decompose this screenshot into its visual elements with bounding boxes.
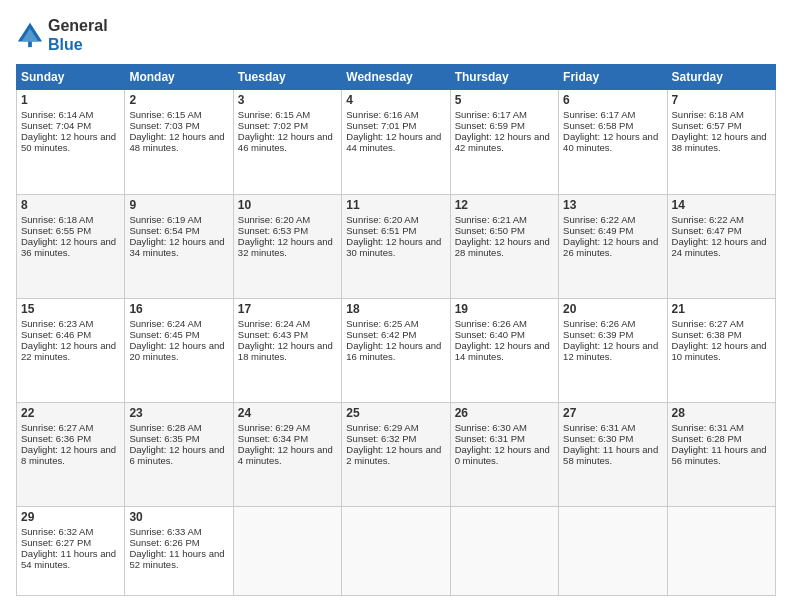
calendar-cell: 12 Sunrise: 6:21 AM Sunset: 6:50 PM Dayl… (450, 194, 558, 298)
sunrise-label: Sunrise: 6:27 AM (21, 422, 93, 433)
calendar-cell: 8 Sunrise: 6:18 AM Sunset: 6:55 PM Dayli… (17, 194, 125, 298)
daylight-label: Daylight: 12 hours and 4 minutes. (238, 444, 333, 466)
sunset-label: Sunset: 7:03 PM (129, 120, 199, 131)
daylight-label: Daylight: 12 hours and 26 minutes. (563, 236, 658, 258)
sunrise-label: Sunrise: 6:18 AM (21, 214, 93, 225)
calendar-cell: 17 Sunrise: 6:24 AM Sunset: 6:43 PM Dayl… (233, 298, 341, 402)
calendar-cell: 6 Sunrise: 6:17 AM Sunset: 6:58 PM Dayli… (559, 90, 667, 194)
sunset-label: Sunset: 6:47 PM (672, 225, 742, 236)
sunset-label: Sunset: 6:38 PM (672, 329, 742, 340)
daylight-label: Daylight: 12 hours and 14 minutes. (455, 340, 550, 362)
calendar-cell: 16 Sunrise: 6:24 AM Sunset: 6:45 PM Dayl… (125, 298, 233, 402)
sunset-label: Sunset: 6:28 PM (672, 433, 742, 444)
sunset-label: Sunset: 6:55 PM (21, 225, 91, 236)
day-number: 21 (672, 302, 771, 316)
svg-rect-2 (28, 42, 32, 48)
sunset-label: Sunset: 7:01 PM (346, 120, 416, 131)
day-number: 18 (346, 302, 445, 316)
sunset-label: Sunset: 6:34 PM (238, 433, 308, 444)
logo-icon (16, 21, 44, 49)
calendar-cell: 29 Sunrise: 6:32 AM Sunset: 6:27 PM Dayl… (17, 507, 125, 596)
sunset-label: Sunset: 6:36 PM (21, 433, 91, 444)
calendar-cell: 1 Sunrise: 6:14 AM Sunset: 7:04 PM Dayli… (17, 90, 125, 194)
calendar-cell (559, 507, 667, 596)
calendar-cell: 5 Sunrise: 6:17 AM Sunset: 6:59 PM Dayli… (450, 90, 558, 194)
daylight-label: Daylight: 12 hours and 24 minutes. (672, 236, 767, 258)
calendar-cell: 26 Sunrise: 6:30 AM Sunset: 6:31 PM Dayl… (450, 402, 558, 506)
day-number: 19 (455, 302, 554, 316)
sunset-label: Sunset: 6:49 PM (563, 225, 633, 236)
calendar-cell: 25 Sunrise: 6:29 AM Sunset: 6:32 PM Dayl… (342, 402, 450, 506)
day-number: 27 (563, 406, 662, 420)
sunset-label: Sunset: 6:58 PM (563, 120, 633, 131)
sunrise-label: Sunrise: 6:15 AM (238, 109, 310, 120)
daylight-label: Daylight: 12 hours and 12 minutes. (563, 340, 658, 362)
sunrise-label: Sunrise: 6:22 AM (672, 214, 744, 225)
sunrise-label: Sunrise: 6:15 AM (129, 109, 201, 120)
day-number: 23 (129, 406, 228, 420)
calendar-cell: 27 Sunrise: 6:31 AM Sunset: 6:30 PM Dayl… (559, 402, 667, 506)
calendar-cell: 24 Sunrise: 6:29 AM Sunset: 6:34 PM Dayl… (233, 402, 341, 506)
sunrise-label: Sunrise: 6:26 AM (455, 318, 527, 329)
daylight-label: Daylight: 12 hours and 40 minutes. (563, 131, 658, 153)
sunrise-label: Sunrise: 6:32 AM (21, 526, 93, 537)
col-header-thursday: Thursday (450, 65, 558, 90)
daylight-label: Daylight: 12 hours and 38 minutes. (672, 131, 767, 153)
sunrise-label: Sunrise: 6:24 AM (129, 318, 201, 329)
sunset-label: Sunset: 6:42 PM (346, 329, 416, 340)
calendar-cell: 28 Sunrise: 6:31 AM Sunset: 6:28 PM Dayl… (667, 402, 775, 506)
sunset-label: Sunset: 7:02 PM (238, 120, 308, 131)
daylight-label: Daylight: 12 hours and 8 minutes. (21, 444, 116, 466)
calendar-cell: 3 Sunrise: 6:15 AM Sunset: 7:02 PM Dayli… (233, 90, 341, 194)
day-number: 1 (21, 93, 120, 107)
daylight-label: Daylight: 12 hours and 32 minutes. (238, 236, 333, 258)
sunset-label: Sunset: 6:40 PM (455, 329, 525, 340)
sunrise-label: Sunrise: 6:17 AM (563, 109, 635, 120)
day-number: 28 (672, 406, 771, 420)
calendar-cell: 20 Sunrise: 6:26 AM Sunset: 6:39 PM Dayl… (559, 298, 667, 402)
col-header-monday: Monday (125, 65, 233, 90)
daylight-label: Daylight: 12 hours and 48 minutes. (129, 131, 224, 153)
sunrise-label: Sunrise: 6:28 AM (129, 422, 201, 433)
sunset-label: Sunset: 6:53 PM (238, 225, 308, 236)
sunrise-label: Sunrise: 6:14 AM (21, 109, 93, 120)
calendar-cell: 11 Sunrise: 6:20 AM Sunset: 6:51 PM Dayl… (342, 194, 450, 298)
sunrise-label: Sunrise: 6:21 AM (455, 214, 527, 225)
daylight-label: Daylight: 12 hours and 18 minutes. (238, 340, 333, 362)
sunset-label: Sunset: 6:51 PM (346, 225, 416, 236)
sunrise-label: Sunrise: 6:20 AM (346, 214, 418, 225)
day-number: 22 (21, 406, 120, 420)
sunrise-label: Sunrise: 6:30 AM (455, 422, 527, 433)
sunrise-label: Sunrise: 6:17 AM (455, 109, 527, 120)
sunset-label: Sunset: 6:50 PM (455, 225, 525, 236)
day-number: 5 (455, 93, 554, 107)
calendar-cell (342, 507, 450, 596)
daylight-label: Daylight: 12 hours and 46 minutes. (238, 131, 333, 153)
day-number: 24 (238, 406, 337, 420)
col-header-tuesday: Tuesday (233, 65, 341, 90)
sunset-label: Sunset: 7:04 PM (21, 120, 91, 131)
day-number: 10 (238, 198, 337, 212)
calendar-cell: 13 Sunrise: 6:22 AM Sunset: 6:49 PM Dayl… (559, 194, 667, 298)
sunrise-label: Sunrise: 6:26 AM (563, 318, 635, 329)
sunset-label: Sunset: 6:59 PM (455, 120, 525, 131)
col-header-wednesday: Wednesday (342, 65, 450, 90)
sunrise-label: Sunrise: 6:33 AM (129, 526, 201, 537)
daylight-label: Daylight: 12 hours and 30 minutes. (346, 236, 441, 258)
sunrise-label: Sunrise: 6:24 AM (238, 318, 310, 329)
day-number: 2 (129, 93, 228, 107)
col-header-saturday: Saturday (667, 65, 775, 90)
calendar-cell: 22 Sunrise: 6:27 AM Sunset: 6:36 PM Dayl… (17, 402, 125, 506)
col-header-sunday: Sunday (17, 65, 125, 90)
calendar-cell: 19 Sunrise: 6:26 AM Sunset: 6:40 PM Dayl… (450, 298, 558, 402)
day-number: 9 (129, 198, 228, 212)
daylight-label: Daylight: 12 hours and 36 minutes. (21, 236, 116, 258)
day-number: 6 (563, 93, 662, 107)
daylight-label: Daylight: 12 hours and 6 minutes. (129, 444, 224, 466)
calendar-cell: 30 Sunrise: 6:33 AM Sunset: 6:26 PM Dayl… (125, 507, 233, 596)
logo-text-general: General (48, 16, 108, 35)
sunset-label: Sunset: 6:32 PM (346, 433, 416, 444)
daylight-label: Daylight: 12 hours and 10 minutes. (672, 340, 767, 362)
sunset-label: Sunset: 6:45 PM (129, 329, 199, 340)
sunset-label: Sunset: 6:43 PM (238, 329, 308, 340)
